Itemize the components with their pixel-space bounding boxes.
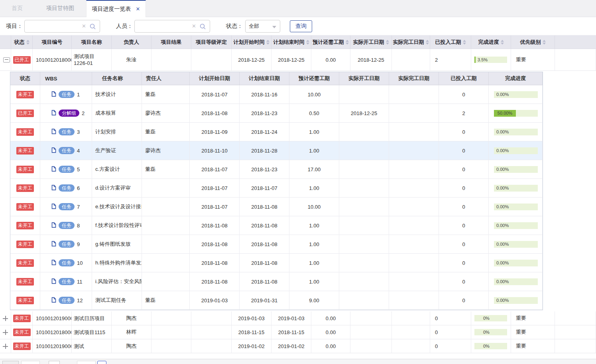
task-cell-plan_end: 2018-11-08 — [240, 198, 289, 216]
task-row[interactable]: 已开工分解组2成本核算廖诗杰2018-11-082018-11-230.5020… — [10, 104, 543, 123]
task-type-pill: 任务 — [59, 297, 75, 304]
clear-icon[interactable]: ✕ — [82, 23, 86, 29]
tab-gantt[interactable]: 项目甘特图 — [34, 0, 86, 17]
sort-up-arrow — [463, 40, 466, 42]
person-filter-input[interactable] — [135, 20, 190, 32]
query-button[interactable]: 查询 — [290, 20, 312, 32]
cell-text: 2019-01-02 — [238, 343, 265, 349]
task-cell-remaining: 1.00 — [289, 141, 339, 160]
task-row[interactable]: 未开工任务12测试工期任务董磊2019-01-032019-01-319.000… — [10, 291, 543, 310]
file-icon — [51, 278, 56, 285]
cell-text: 2018-12-25 — [351, 110, 378, 116]
column-header-label: 项目等级评定 — [196, 39, 227, 46]
task-row[interactable]: 未开工任务5c.方案设计董磊2018-11-072018-11-2317.000… — [10, 160, 543, 179]
tab-home[interactable]: 首页 — [0, 0, 34, 17]
cell-text: 1010012019000 — [36, 343, 72, 349]
task-cell-actual_start: 2018-12-25 — [339, 104, 389, 123]
task-row[interactable]: 未开工任务8f.技术设计阶段性评审2018-11-082018-11-081.0… — [10, 216, 543, 235]
task-sequence-number: 6 — [77, 185, 80, 191]
task-row[interactable]: 未开工任务4生产验证廖诗杰2018-11-102018-11-281.0000.… — [10, 141, 543, 160]
progress-label: 0.00% — [496, 185, 509, 192]
progress-label: 0% — [483, 315, 490, 321]
project-row[interactable]: 未开工1010012019000测试日历项目陶杰2019-01-032019-0… — [0, 311, 596, 325]
column-header-status[interactable]: 状态 — [11, 35, 33, 49]
cell-text: 1.00 — [309, 185, 319, 191]
task-row[interactable]: 未开工任务1技术设计董磊2018-11-072018-11-1610.0000.… — [10, 85, 543, 104]
task-cell-invested: 0 — [439, 160, 489, 179]
column-header-actual_start[interactable]: 实际开工日期 — [350, 35, 392, 49]
project-row[interactable]: 已开工1010012018000测试项目 1226-01朱淦2018-12-25… — [0, 49, 596, 71]
column-header-actual_finish[interactable]: 实际完工日期 — [392, 35, 430, 49]
column-header-plan_end[interactable]: 计划结束时间 — [271, 35, 311, 49]
column-header-spacer — [0, 35, 11, 49]
clear-icon[interactable]: ✕ — [192, 23, 196, 29]
task-cell-invested: 0 — [439, 272, 489, 291]
collapse-row-icon[interactable] — [3, 57, 10, 63]
task-row[interactable]: 未开工任务3计划安排董磊2018-11-092018-11-241.0000.0… — [10, 123, 543, 141]
status-badge: 未开工 — [16, 184, 34, 192]
status-select[interactable]: 全部 — [245, 20, 280, 33]
task-cell-plan_start: 2018-11-08 — [190, 254, 240, 272]
project-row[interactable]: 未开工1010012018000测试项目1115林晖2018-11-152018… — [0, 325, 596, 339]
sort-icon — [543, 40, 546, 45]
pagination-next-button[interactable] — [77, 361, 96, 364]
pagination-page-input[interactable] — [49, 361, 60, 364]
cell-name: 测试日历项目 — [72, 311, 112, 325]
column-header-label: 实际完工日期 — [393, 39, 424, 46]
cell-plan_end: 2019-01-03 — [271, 311, 311, 325]
column-header-invested[interactable]: 已投入工期 — [430, 35, 471, 49]
close-tab-icon[interactable]: ✕ — [136, 6, 140, 12]
pagination-current-page[interactable] — [97, 361, 106, 364]
column-header-progress[interactable]: 完成进度 — [471, 35, 511, 49]
task-row[interactable]: 未开工任务7e.技术设计及设计接口2018-11-072018-11-0810.… — [10, 198, 543, 216]
cell-text: 2 — [462, 110, 465, 116]
task-column-header-progress: 完成进度 — [489, 72, 543, 85]
project-row[interactable]: 未开工1010012019000测试陶杰2019-01-022019-01-02… — [0, 339, 596, 353]
cell-expander — [0, 325, 11, 339]
column-header-remaining[interactable]: 预计还需工期 — [311, 35, 350, 49]
task-cell-progress: 0.00% — [489, 291, 543, 310]
task-cell-actual_finish — [389, 198, 439, 216]
expand-row-icon[interactable] — [3, 330, 8, 335]
cell-grade — [191, 325, 232, 339]
task-cell-task: 生产验证 — [92, 141, 142, 160]
search-icon[interactable] — [199, 23, 206, 31]
expand-row-icon[interactable] — [3, 344, 8, 349]
task-column-header-label: 实际开工日期 — [348, 75, 380, 82]
task-sequence-number: 11 — [77, 279, 83, 285]
expand-row-icon[interactable] — [3, 316, 8, 321]
status-badge: 未开工 — [16, 259, 34, 267]
tab-progress-list[interactable]: 项目进度一览表 ✕ — [86, 0, 146, 17]
task-cell-task: f.技术设计阶段性评审 — [92, 216, 142, 235]
task-cell-owner — [142, 254, 190, 272]
pagination-size-select[interactable] — [2, 361, 19, 364]
cell-text: 2018-11-08 — [251, 204, 277, 210]
task-cell-actual_start — [339, 141, 389, 160]
column-header-plan_start[interactable]: 计划开始时间 — [232, 35, 271, 49]
task-type-pill: 任务 — [59, 147, 75, 154]
sort-icon — [306, 40, 309, 45]
file-icon — [51, 147, 56, 154]
cell-text: 重要 — [516, 342, 526, 350]
progress-bar: 0.00% — [494, 222, 538, 229]
column-header-priority[interactable]: 优先级别 — [511, 35, 555, 49]
cell-actual_start — [350, 311, 392, 325]
sort-up-arrow — [386, 40, 389, 42]
task-row[interactable]: 未开工任务6d.设计方案评审2018-11-072018-11-071.0000… — [10, 179, 543, 198]
task-cell-invested: 0 — [439, 198, 489, 216]
cell-status: 未开工 — [11, 339, 33, 353]
task-row[interactable]: 未开工任务10h.特殊外购件清单发放2018-11-082018-11-081.… — [10, 254, 543, 272]
cell-text: 陶杰 — [126, 315, 137, 322]
pagination-prev-button[interactable] — [21, 361, 40, 364]
status-badge: 未开工 — [13, 342, 31, 350]
task-row[interactable]: 未开工任务11i.风险评估：安全风险2018-11-082018-11-081.… — [10, 272, 543, 291]
cell-priority: 重要 — [511, 339, 555, 353]
project-filter-input[interactable] — [25, 20, 80, 32]
task-cell-plan_start: 2019-01-03 — [190, 291, 240, 310]
search-icon[interactable] — [89, 23, 96, 31]
status-badge: 未开工 — [16, 297, 34, 304]
task-column-header-label: 已投入工期 — [451, 75, 477, 82]
cell-text: 1.00 — [309, 279, 319, 285]
task-row[interactable]: 未开工任务9g.铸件图纸发放2018-11-082018-11-081.0000… — [10, 235, 543, 254]
column-header-grade: 项目等级评定 — [191, 35, 232, 49]
